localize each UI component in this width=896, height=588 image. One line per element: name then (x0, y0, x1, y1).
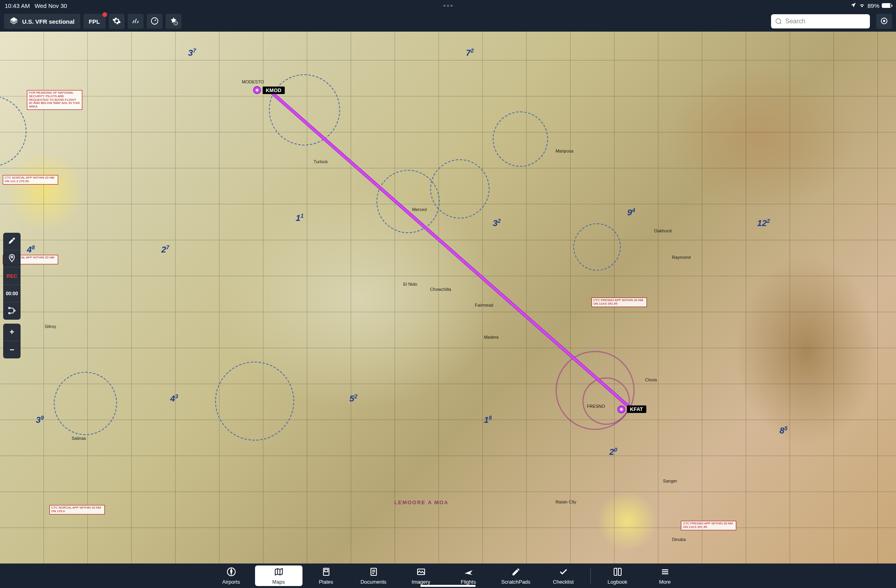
tab-label: Maps (272, 579, 285, 585)
status-bar: 10:43 AM Wed Nov 30 89% (0, 0, 896, 11)
airspace-warning-box: CTC NORCAL APP WITHIN 20 NM ON 121.3 270… (3, 175, 58, 185)
grid-mef-number: 39 (36, 415, 44, 425)
home-indicator[interactable] (420, 585, 476, 587)
tab-documents[interactable]: Documents (350, 565, 397, 586)
search-input[interactable] (771, 14, 870, 28)
plane-icon (464, 567, 473, 578)
plus-icon: + (9, 328, 14, 337)
star-clock-icon (169, 17, 178, 26)
svg-point-5 (9, 307, 10, 309)
tab-logbook[interactable]: Logbook (594, 565, 641, 586)
sectional-map[interactable]: LEMOORE A MOA KMOD KFAT REC (0, 32, 896, 564)
tab-divider (590, 568, 591, 584)
battery-percent: 89% (868, 2, 879, 9)
profile-view-button[interactable] (128, 14, 144, 29)
grid-mef-number: 48 (27, 244, 35, 255)
zoom-out-button[interactable]: − (3, 341, 21, 358)
status-time: 10:43 AM (5, 2, 30, 9)
airspace-warning-box: CTC FRESNO APP WITHIN 20 NM ON 119.6 351… (592, 298, 647, 307)
grid-mef-number: 20 (609, 447, 617, 457)
record-timer: 00:00 (3, 285, 21, 302)
waypoint-marker-icon (253, 86, 261, 94)
tab-label: Plates (319, 579, 333, 585)
settings-button[interactable] (109, 14, 125, 29)
tab-flights[interactable]: Flights (445, 565, 492, 586)
tab-checklist[interactable]: Checklist (540, 565, 587, 586)
waypoint-destination[interactable]: KFAT (617, 405, 646, 413)
top-toolbar: U.S. VFR sectional FPL (0, 11, 896, 32)
tab-scratchpads[interactable]: ScratchPads (492, 565, 540, 586)
tab-label: More (659, 579, 671, 585)
tab-label: Flights (461, 579, 476, 585)
airspace-warning-box: CTC NORCAL APP WITHIN 20 NM ON 133.0 (49, 505, 105, 514)
waypoint-origin[interactable]: KMOD (253, 86, 285, 94)
tab-label: Logbook (608, 579, 628, 585)
map-side-tools: REC 00:00 + − (3, 233, 21, 362)
tab-airports[interactable]: Airports (208, 565, 255, 586)
waypoint-marker-icon (617, 405, 625, 413)
grid-mef-number: 16 (484, 415, 492, 425)
grid-mef-number: 72 (466, 47, 474, 58)
grid-mef-number: 122 (757, 218, 770, 228)
annotate-button[interactable] (3, 233, 21, 250)
svg-point-3 (883, 20, 885, 22)
location-icon (851, 2, 856, 9)
grid-mef-number: 32 (493, 218, 501, 228)
timers-button[interactable] (166, 14, 181, 29)
status-date: Wed Nov 30 (34, 2, 67, 9)
grid-mef-number: 85 (779, 425, 787, 436)
grid-mef-number: 94 (627, 207, 635, 218)
zoom-in-button[interactable]: + (3, 324, 21, 341)
route-icon (8, 306, 16, 316)
tab-more[interactable]: More (641, 565, 689, 586)
tab-imagery[interactable]: Imagery (397, 565, 445, 586)
menu-icon (660, 567, 670, 578)
plate-icon (321, 567, 331, 578)
tab-label: Imagery (412, 579, 430, 585)
track-button[interactable] (3, 302, 21, 320)
profile-icon (131, 17, 140, 26)
book-icon (613, 567, 622, 578)
grid-mef-number: 52 (350, 393, 357, 404)
document-icon (369, 567, 378, 578)
pencil-icon (511, 567, 521, 578)
wifi-icon (859, 2, 865, 9)
battery-icon (882, 3, 891, 8)
record-button[interactable]: REC (3, 268, 21, 285)
gauge-icon (150, 17, 159, 26)
pencil-ruler-icon (8, 237, 16, 246)
center-location-button[interactable] (876, 14, 892, 29)
flight-plan-button[interactable]: FPL (83, 14, 106, 29)
tab-label: Documents (361, 579, 387, 585)
svg-rect-10 (325, 569, 328, 572)
gear-icon (112, 17, 121, 26)
tab-label: Checklist (553, 579, 574, 585)
airspace-warning-box: CTC FRESNO APP WITHIN 20 NM ON 119.6 351… (681, 521, 736, 530)
compass-icon (227, 567, 236, 578)
imagery-icon (416, 567, 426, 578)
grid-mef-number: 37 (188, 47, 196, 58)
minus-icon: − (9, 345, 14, 354)
alert-badge-icon (102, 12, 107, 17)
svg-point-4 (11, 256, 13, 258)
multitask-dots[interactable] (444, 5, 453, 7)
instruments-button[interactable] (147, 14, 163, 29)
tab-maps[interactable]: Maps (255, 565, 302, 586)
tab-plates[interactable]: Plates (302, 565, 350, 586)
moa-label: LEMOORE A MOA (394, 499, 449, 505)
pin-icon (8, 254, 16, 264)
layers-icon (9, 17, 18, 26)
svg-point-7 (9, 312, 10, 314)
svg-point-6 (14, 310, 15, 311)
grid-mef-number: 11 (296, 213, 304, 223)
tab-label: Airports (222, 579, 240, 585)
check-icon (559, 567, 568, 578)
grid-mef-number: 43 (170, 393, 178, 404)
crosshair-icon (880, 17, 888, 26)
bottom-tab-bar: AirportsMapsPlatesDocumentsImageryFlight… (0, 564, 896, 588)
marker-button[interactable] (3, 250, 21, 268)
layers-button[interactable]: U.S. VFR sectional (4, 14, 80, 29)
tab-label: ScratchPads (501, 579, 531, 585)
map-icon (274, 567, 284, 578)
lat-lon-grid (0, 32, 896, 564)
